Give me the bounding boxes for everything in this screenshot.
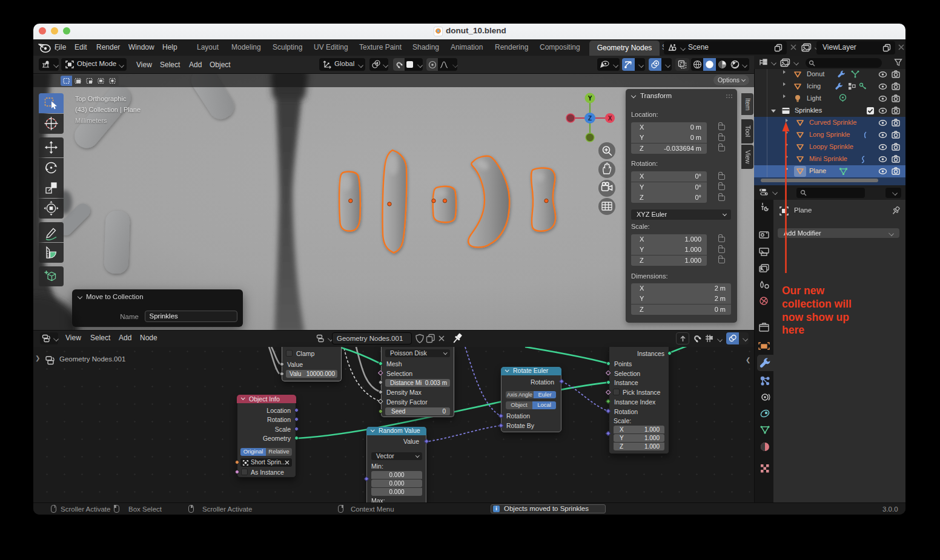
- svg-text:Z: Z: [588, 115, 592, 122]
- svg-text:Y: Y: [588, 95, 592, 102]
- svg-text:X: X: [608, 115, 612, 122]
